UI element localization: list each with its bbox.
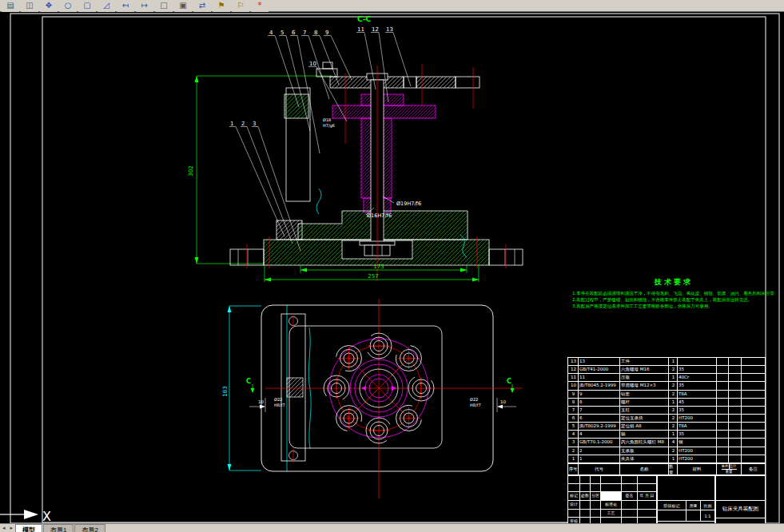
toolbar-button[interactable]: ⚑ xyxy=(213,0,230,12)
toolbar-button[interactable]: ○ xyxy=(59,0,77,12)
fit-bush-inner: Ø16H7/f6 xyxy=(367,212,392,219)
toolbar-button[interactable]: ▣ xyxy=(174,0,192,12)
callout-8: 8 xyxy=(314,30,317,36)
bom-code: GB/T70.1-2000 xyxy=(579,439,620,447)
callout-5: 5 xyxy=(281,30,284,36)
callout-9: 9 xyxy=(325,30,328,36)
table-row: 3 GB/T70.1-2000 内六角圆柱头螺钉 M8 4 钢 xyxy=(568,439,765,447)
tb-material-mark-cell xyxy=(658,476,715,501)
dim-arrow xyxy=(460,268,467,272)
dim-arrow xyxy=(472,278,479,282)
table-row: 12 GB/T41-2000 六角螺母 M16 2 35 xyxy=(568,366,765,374)
bom-material: T8A xyxy=(678,423,717,431)
bom-no: 3 xyxy=(568,439,579,447)
fit-left-a: Ø22 xyxy=(274,397,282,402)
bom-no: 10 xyxy=(568,382,579,390)
bom-weight-total xyxy=(729,447,742,455)
edge-dim-left: 10 xyxy=(258,399,264,404)
bom-material: T8A xyxy=(678,391,717,399)
toolbar-button[interactable]: ▤ xyxy=(2,0,19,12)
header-weight-group: 单件 总计 重量 xyxy=(717,464,742,474)
bom-weight-unit xyxy=(717,447,729,455)
bom-name: 夹具体 xyxy=(620,455,669,463)
bom-no: 12 xyxy=(568,366,579,374)
toolbar-button[interactable]: ↤ xyxy=(117,0,134,12)
bom-qty: 1 xyxy=(669,399,678,407)
tb-zone: 分区 xyxy=(591,492,601,501)
toolbar-button[interactable]: □ xyxy=(155,0,173,12)
tech-req-title: 技术要求 xyxy=(572,277,775,288)
bom-note xyxy=(742,399,765,407)
tab-layout1[interactable]: 布局1 xyxy=(43,524,74,532)
tech-req-line: 2.装配过程中，严禁磕碰、划伤和锈蚀，不合格零件禁止装配于夹具上，装配后应运转灵… xyxy=(572,296,775,303)
tab-model[interactable]: 模型 xyxy=(15,524,42,532)
dim-arrow xyxy=(497,405,503,409)
bom-name: 六角螺母 M16 xyxy=(620,366,669,374)
callout-4: 4 xyxy=(269,30,273,36)
fit-right-a: Ø22 xyxy=(470,397,478,402)
tab-nav-left-icon[interactable]: ◂ xyxy=(0,524,8,532)
bom-material: HT200 xyxy=(678,447,717,455)
toolbar-button[interactable]: * xyxy=(251,0,269,12)
bom-code: 2 xyxy=(579,447,620,455)
zoom-realtime-icon: ○ xyxy=(65,2,72,10)
section-arrowhead xyxy=(251,388,255,393)
drill-plate-slot xyxy=(404,77,416,88)
toolbar-button[interactable]: ⚐ xyxy=(232,0,249,12)
callout-6: 6 xyxy=(292,30,296,36)
toolbar-button[interactable]: ▢ xyxy=(78,0,96,12)
dim-leader-icon: ↦ xyxy=(141,2,148,10)
bom-note xyxy=(742,366,765,374)
bom-weight-total xyxy=(729,391,742,399)
bom-no: 13 xyxy=(568,358,579,366)
bom-note xyxy=(742,447,765,455)
clamp-screw xyxy=(323,62,332,69)
osnap-icon: ⇄ xyxy=(199,2,205,10)
tab-nav-right-icon[interactable]: ▸ xyxy=(8,524,16,532)
toolbar-button[interactable]: ◫ xyxy=(21,0,38,12)
table-row: 1 1 夹具体 1 HT200 xyxy=(568,455,765,463)
table-row: 11 11 压板 1 40Cr xyxy=(568,374,765,382)
fit-bush-outer: Ø19H7/f6 xyxy=(396,200,421,207)
bom-material: HT200 xyxy=(678,415,717,423)
bom-material: 35 xyxy=(678,366,717,374)
bom-note xyxy=(742,382,765,390)
tech-req-line: 1.零件在装配前必须清理和清洗干净，不得有毛刺、飞边、氧化皮、锈蚀、切屑、油污、… xyxy=(572,290,775,296)
flag-icon-2: ⚐ xyxy=(237,2,245,10)
tb-process: 工艺 xyxy=(601,510,622,518)
toolbar-button[interactable]: ◿ xyxy=(98,0,115,12)
bom-weight-total xyxy=(729,455,742,463)
header-weight-total: 总计 xyxy=(730,464,737,469)
bom-name: 带肩螺母 M12×3 xyxy=(620,382,669,390)
technical-requirements: 技术要求 1.零件在装配前必须清理和清洗干净，不得有毛刺、飞边、氧化皮、锈蚀、切… xyxy=(572,277,775,310)
table-row: 8 8 螺杆 1 45 xyxy=(568,399,765,407)
callout-10: 10 xyxy=(309,61,316,67)
bom-name: 钻套 xyxy=(620,391,669,399)
bom-code: 1 xyxy=(579,455,620,463)
header-material: 材料 xyxy=(678,464,717,474)
drawing-title: 钻床夹具装配图 xyxy=(716,501,765,518)
bom-weight-unit xyxy=(717,407,729,415)
dim-arrow xyxy=(195,257,199,264)
bom-weight-unit xyxy=(717,391,729,399)
bom-code: 4 xyxy=(579,431,620,439)
tab-layout2[interactable]: 布局2 xyxy=(74,524,105,532)
bom-no: 7 xyxy=(568,407,579,415)
section-arrowhead xyxy=(511,388,515,393)
bom-no: 11 xyxy=(568,374,579,382)
named-views-icon: ▤ xyxy=(6,2,14,10)
fit-top-a: Ø18 xyxy=(323,117,331,122)
bom-code: JB/T8029.2-1999 xyxy=(579,423,620,431)
tech-req-line: 3.装配后严格按定位基准件加工工艺要求检验各部位，合格后方可使用。 xyxy=(572,303,775,309)
toolbar-button[interactable]: ✥ xyxy=(40,0,58,12)
toolbar-button[interactable]: ⇄ xyxy=(193,0,211,12)
section-mark-left: C xyxy=(246,378,251,385)
drawing-canvas[interactable]: 302 xyxy=(0,12,784,523)
bom-material xyxy=(678,358,717,366)
tb-sign: 签名 xyxy=(622,492,638,501)
zoom-window-icon: ▢ xyxy=(83,2,90,10)
bom-qty: 1 xyxy=(669,455,678,463)
tb-weight: 质量 xyxy=(686,501,701,510)
centerlines-top-view xyxy=(265,299,523,498)
toolbar-button[interactable]: ↦ xyxy=(136,0,153,12)
